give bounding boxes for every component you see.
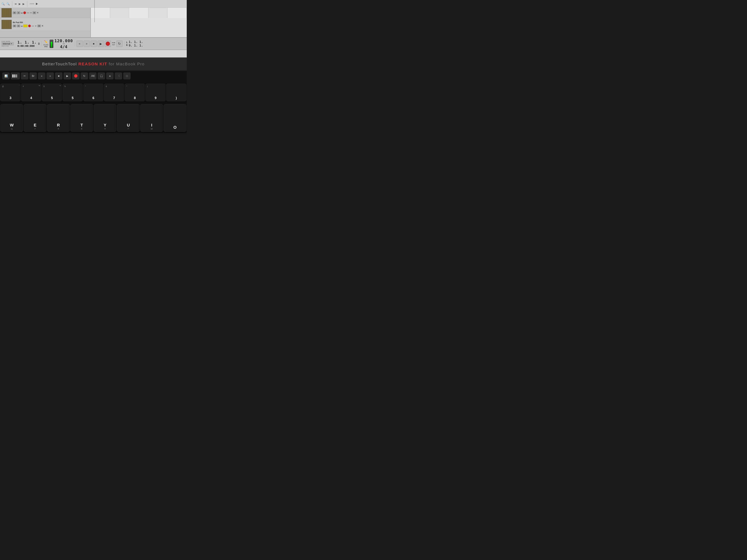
pos-up-arrow[interactable]	[38, 43, 40, 44]
zoom-out-icon[interactable]: 🔍	[1, 2, 5, 5]
key-r[interactable]: R К	[47, 104, 70, 132]
play-cursor-icon[interactable]: ▶	[23, 2, 25, 5]
key-u-secondary: Г	[128, 128, 129, 130]
key-4[interactable]: # № 4	[21, 84, 41, 101]
tempo-value[interactable]: 120.000	[54, 38, 73, 43]
key-u[interactable]: U Г	[117, 104, 140, 132]
track-lane	[91, 8, 187, 37]
tb-bluetooth-button[interactable]: ⎈	[106, 73, 113, 79]
position-arrows[interactable]	[38, 43, 40, 45]
touch-bar-label: BetterTouchTool REASON KIT for MacBook P…	[42, 62, 145, 66]
tb-br-button[interactable]: Br	[29, 73, 37, 79]
record-arm-button-2[interactable]	[28, 25, 31, 27]
tb-arrow-button[interactable]: 〈	[115, 73, 122, 79]
fast-forward-button[interactable]: »	[83, 41, 90, 47]
click-label: CLICK	[43, 44, 49, 46]
key-0[interactable]: )	[166, 84, 186, 101]
key-9[interactable]: ( 9	[146, 84, 165, 101]
key-6[interactable]: ^ , 6	[83, 84, 104, 101]
tb-tools-button[interactable]: ✂	[21, 73, 28, 79]
m-button-2[interactable]: M	[13, 25, 16, 27]
arrow-icon[interactable]: ⬅	[15, 2, 17, 5]
lane-cell	[168, 8, 187, 18]
key-8-secondary2: ;	[144, 85, 144, 86]
loop-button[interactable]: ↻	[117, 41, 123, 47]
tb-rewind-button[interactable]: «	[38, 73, 45, 79]
play-button[interactable]: ▶	[98, 41, 104, 47]
minus-button[interactable]: —	[27, 11, 29, 14]
key-i-secondary: Ш	[151, 128, 153, 130]
key-7[interactable]: & . 7	[104, 84, 124, 101]
lr-display: L R	[126, 41, 128, 47]
metronome[interactable]	[50, 39, 53, 48]
minus-button-2[interactable]: —	[31, 24, 34, 27]
level-indicator	[51, 42, 52, 47]
tb-re-button[interactable]: .RE	[89, 73, 97, 79]
key-5a-secondary: $	[44, 85, 45, 87]
key-y[interactable]: Y Н	[94, 104, 117, 132]
time-signature[interactable]: 4/4	[60, 45, 68, 49]
dropdown-arrow[interactable]: ▼	[30, 12, 32, 14]
position-time: 0:00:00:000	[18, 45, 37, 47]
zoom-in-icon[interactable]: 🔍	[6, 2, 10, 5]
transport-bar: SYNC MODE Internal ▼ SEND CLOCK 1. 1. 1.…	[0, 37, 187, 50]
key-8[interactable]: * ; 8	[125, 84, 145, 101]
dropdown-arrow-2[interactable]: ▼	[35, 25, 37, 27]
key-e[interactable]: Е У	[24, 104, 47, 132]
r-label: R	[126, 44, 128, 47]
record-button[interactable]	[105, 41, 111, 47]
key-t[interactable]: Т Е	[70, 104, 93, 132]
tb-record-button[interactable]	[72, 73, 79, 79]
tb-loop-icon: ↻	[83, 75, 85, 77]
s-button-2[interactable]: S	[17, 25, 20, 27]
sync-section: SYNC MODE Internal ▼ SEND CLOCK	[1, 41, 16, 47]
m-button[interactable]: M	[13, 11, 16, 14]
record-arm-button[interactable]	[23, 11, 26, 14]
s-button[interactable]: S	[17, 11, 20, 14]
lane-cell	[148, 8, 168, 18]
rewind-button[interactable]: «	[77, 41, 83, 47]
pos-down-arrow[interactable]	[38, 44, 40, 45]
key-4-secondary: #	[23, 85, 24, 87]
click-pre-button[interactable]: ✏️ CLICK PRE	[43, 40, 49, 48]
m-btn-2[interactable]: M	[33, 11, 36, 14]
x-button-2[interactable]: ✕	[42, 25, 43, 27]
tb-ff-button[interactable]: »	[47, 73, 54, 79]
lane-cell	[91, 8, 110, 18]
key-e-primary: Е	[34, 123, 36, 128]
key-5b[interactable]: % : 5	[62, 84, 83, 101]
right-pos-1: 1. 1. 1.	[129, 40, 143, 44]
lane-cell	[129, 8, 148, 18]
key-r-secondary: К	[58, 128, 59, 130]
sync-mode-value[interactable]: Internal ▼	[1, 42, 14, 45]
key-5a[interactable]: $ % 5	[42, 84, 62, 101]
tap-label[interactable]: TAP	[62, 43, 65, 45]
waveform-icon: 📊	[4, 75, 7, 77]
key-i[interactable]: І Ш	[140, 104, 163, 132]
tb-waveform2-button[interactable]: ▊▋▍	[11, 73, 20, 79]
tb-record-dot	[74, 74, 77, 78]
cursor-icon[interactable]: ▶	[19, 2, 21, 5]
br-label: Br	[32, 75, 34, 77]
m-btn-3[interactable]: M	[37, 25, 41, 27]
tb-stop-button[interactable]: ■	[55, 73, 62, 79]
zoom-bar: 🔍 🔍 ⬅ ▶ ▶ ZOOM	[0, 0, 187, 8]
tb-waveform-button[interactable]: 📊	[2, 73, 10, 79]
sync-dropdown-arrow[interactable]: ▼	[11, 43, 12, 45]
track-thumbnail	[1, 8, 12, 18]
key-3[interactable]: @ " 3	[0, 84, 21, 101]
tb-play-button[interactable]: ▶	[63, 73, 71, 79]
bluetooth-icon: ⎈	[109, 75, 111, 77]
key-y-secondary: Н	[104, 128, 106, 130]
reason-label: REASON	[78, 62, 98, 66]
tb-loop-button[interactable]: ↻	[81, 73, 88, 79]
key-w[interactable]: W Ц	[0, 104, 23, 132]
tb-rewind-icon: «	[41, 75, 43, 77]
track-controls-row: M S ω — ▼ M ✕	[13, 11, 38, 14]
x-button[interactable]: ✕	[37, 11, 38, 14]
stop-button[interactable]: ■	[91, 41, 97, 47]
key-o[interactable]: О	[163, 104, 186, 132]
tb-headphone-button[interactable]: 🎧	[98, 73, 105, 79]
tb-rect-button[interactable]: □	[123, 73, 131, 79]
key-5b-secondary2: :	[81, 85, 81, 86]
